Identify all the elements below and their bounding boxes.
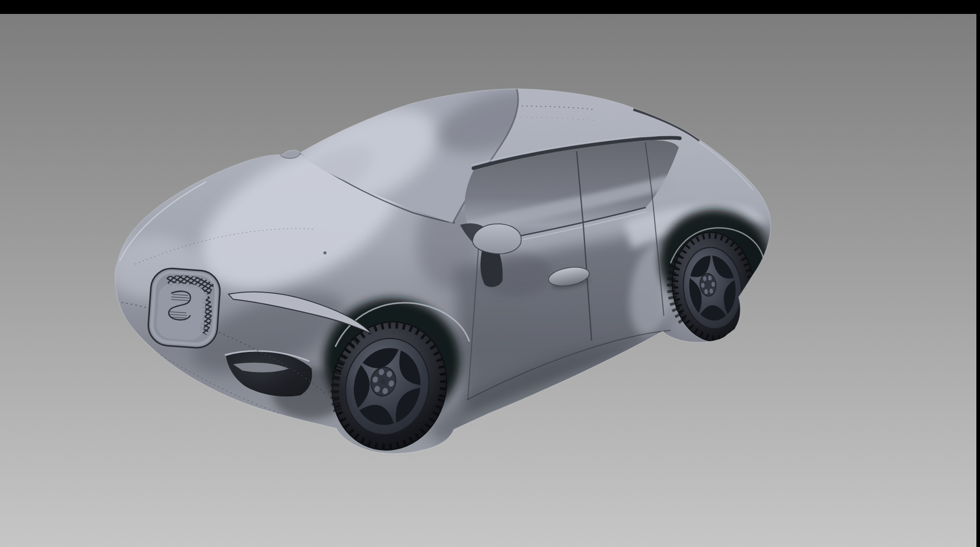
render-stage [0,0,980,547]
hood-fleck [323,251,326,254]
viewport-3d[interactable] [0,0,980,547]
letterbox-top-bar [0,0,980,14]
letterbox-right-strip [976,0,980,547]
grille [147,267,221,349]
bumper-corner-shadow [272,367,347,419]
